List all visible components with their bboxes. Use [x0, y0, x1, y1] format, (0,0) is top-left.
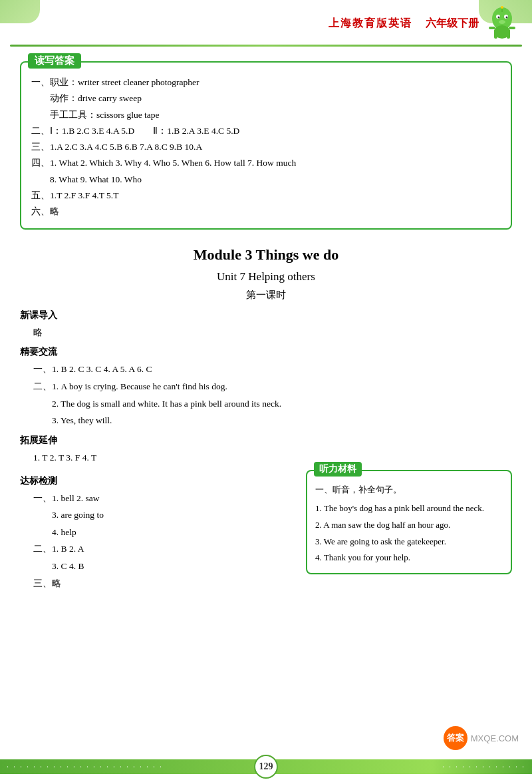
page-footer: · · · · · · · · · · · · · · · · · · · · …: [0, 753, 532, 780]
section-content-dabiao: 一、1. bell 2. saw 3. are going to 4. help…: [33, 490, 296, 592]
mascot-icon: [485, 5, 519, 42]
tuozhan-line-1: 1. T 2. T 3. F 4. T: [33, 449, 512, 467]
listening-label: 听力材料: [314, 462, 362, 477]
jingyao-line-3: 2. The dog is small and white. It has a …: [33, 395, 512, 413]
reading-writing-label: 读写答案: [28, 53, 81, 69]
svg-rect-12: [509, 27, 515, 29]
answer-icon: 答案: [444, 726, 467, 750]
dabiao-line-1: 一、1. bell 2. saw: [33, 490, 296, 507]
answer-line-5: 三、1.A 2.C 3.A 4.C 5.B 6.B 7.A 8.C 9.B 10…: [31, 139, 501, 155]
answer-line-8: 五、1.T 2.F 3.F 4.T 5.T: [31, 188, 501, 204]
main-content: 读写答案 一、职业：writer street cleaner photogra…: [0, 47, 532, 605]
section-header-xinkejiaoru: 新课导入: [20, 309, 512, 321]
dabiao-line-3: 4. help: [33, 524, 296, 541]
svg-point-4: [506, 17, 508, 19]
left-column: 达标检测 一、1. bell 2. saw 3. are going to 4.…: [20, 470, 296, 592]
right-column: 听力材料 一、听音，补全句子。 1. The boy's dog has a p…: [306, 470, 512, 574]
page-header: 上海教育版英语 六年级下册: [0, 0, 532, 45]
page: 上海教育版英语 六年级下册: [0, 0, 532, 780]
section-header-jingyao: 精要交流: [20, 346, 512, 358]
watermark-text: MXQE.COM: [471, 733, 519, 743]
lesson-title: 第一课时: [20, 289, 512, 301]
watermark-area: 答案 MXQE.COM: [444, 726, 519, 750]
answer-line-2: 动作：drive carry sweep: [31, 91, 501, 106]
dabiao-line-2: 3. are going to: [33, 506, 296, 524]
svg-rect-7: [494, 29, 497, 39]
dabiao-line-5: 3. C 4. B: [33, 558, 296, 575]
listening-item-1: 1. The boy's dog has a pink bell around …: [315, 500, 503, 517]
header-subtitle: 六年级下册: [426, 17, 479, 31]
svg-rect-11: [489, 27, 495, 29]
svg-rect-8: [507, 29, 510, 39]
xinkejiaoru-line-1: 略: [33, 324, 512, 341]
answer-line-4: 二、Ⅰ：1.B 2.C 3.E 4.A 5.D Ⅱ：1.B 2.A 3.E 4.…: [31, 123, 501, 139]
unit-title: Unit 7 Helping others: [20, 270, 512, 284]
answer-line-7: 8. What 9. What 10. Who: [31, 172, 501, 188]
listening-content: 一、听音，补全句子。 1. The boy's dog has a pink b…: [315, 482, 503, 566]
page-number: 129: [254, 755, 278, 779]
footer-right-bar: · · · · · · · · · · · · ·: [432, 759, 532, 774]
answer-line-3: 手工工具：scissors glue tape: [31, 107, 501, 123]
dabiao-line-6: 三、略: [33, 575, 296, 592]
header-title: 上海教育版英语: [329, 17, 412, 31]
section-content-xinkejiaoru: 略: [33, 324, 512, 341]
answer-line-9: 六、略: [31, 204, 501, 220]
jingyao-line-1: 一、1. B 2. C 3. C 4. A 5. A 6. C: [33, 361, 512, 378]
bottom-section: 达标检测 一、1. bell 2. saw 3. are going to 4.…: [20, 470, 512, 592]
reading-writing-answer-box: 读写答案 一、职业：writer street cleaner photogra…: [20, 61, 512, 230]
footer-left-bar: · · · · · · · · · · · · · · · · · · · · …: [0, 759, 432, 774]
module-title: Module 3 Things we do: [20, 246, 512, 264]
dabiao-line-4: 二、1. B 2. A: [33, 540, 296, 558]
svg-point-10: [501, 6, 503, 9]
listening-item-2: 2. A man saw the dog half an hour ago.: [315, 517, 503, 534]
listening-item-4: 4. Thank you for your help.: [315, 550, 503, 566]
section-content-jingyao: 一、1. B 2. C 3. C 4. A 5. A 6. C 二、1. A b…: [33, 361, 512, 429]
section-header-tuozhan: 拓展延伸: [20, 435, 512, 447]
listening-header: 一、听音，补全句子。: [315, 482, 503, 498]
svg-point-3: [498, 17, 500, 19]
section-content-tuozhan: 1. T 2. T 3. F 4. T: [33, 449, 512, 467]
jingyao-line-4: 3. Yes, they will.: [33, 412, 512, 429]
section-header-dabiao: 达标检测: [20, 475, 296, 487]
answer-line-6: 四、1. What 2. Which 3. Why 4. Who 5. When…: [31, 155, 501, 171]
svg-point-5: [499, 20, 505, 24]
listening-material-box: 听力材料 一、听音，补全句子。 1. The boy's dog has a p…: [306, 470, 512, 574]
jingyao-line-2: 二、1. A boy is crying. Because he can't f…: [33, 378, 512, 395]
answer-line-1: 一、职业：writer street cleaner photographer: [31, 75, 501, 91]
listening-item-3: 3. We are going to ask the gatekeeper.: [315, 534, 503, 550]
